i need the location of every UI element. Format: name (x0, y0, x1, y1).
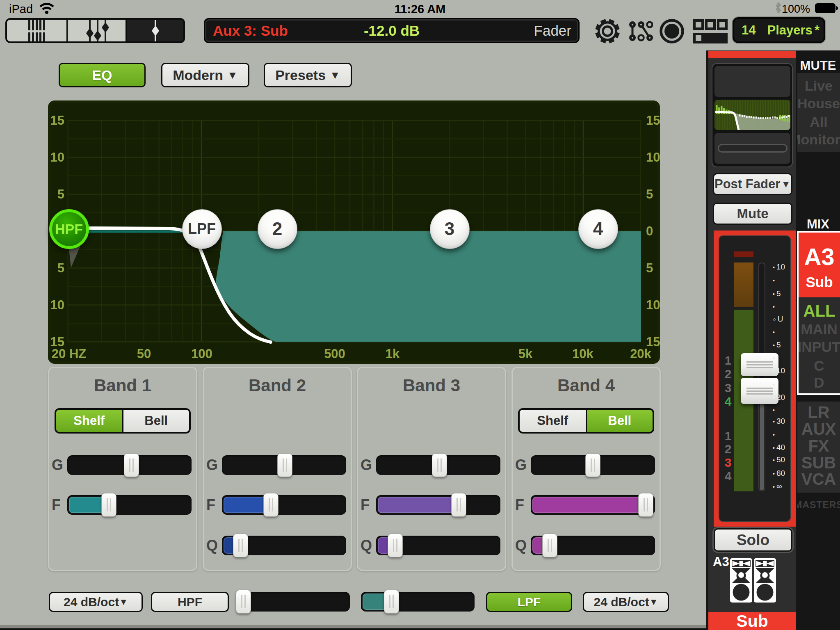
svg-text:10: 10 (646, 150, 660, 164)
svg-text:10: 10 (50, 150, 64, 164)
svg-text:100: 100 (191, 347, 212, 361)
svg-text:5: 5 (646, 187, 653, 201)
svg-text:0: 0 (646, 224, 653, 238)
svg-text:5: 5 (57, 261, 64, 275)
svg-text:1k: 1k (386, 347, 400, 361)
svg-text:50: 50 (137, 347, 151, 361)
svg-text:15: 15 (646, 113, 660, 128)
svg-text:10k: 10k (572, 347, 593, 361)
svg-text:20k: 20k (630, 347, 651, 361)
svg-text:5k: 5k (518, 347, 533, 361)
svg-text:5: 5 (646, 261, 653, 275)
svg-text:5: 5 (57, 187, 64, 201)
svg-text:10: 10 (50, 298, 64, 312)
svg-text:15: 15 (50, 113, 64, 128)
svg-text:20 HZ: 20 HZ (52, 347, 86, 361)
svg-text:10: 10 (646, 298, 660, 312)
svg-text:500: 500 (324, 347, 345, 361)
